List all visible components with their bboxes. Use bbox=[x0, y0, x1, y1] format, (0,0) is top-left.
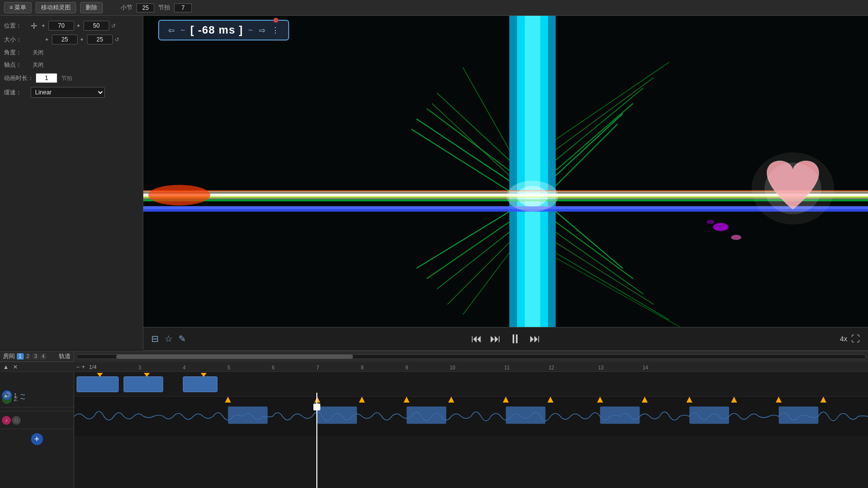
anim-dur-input[interactable] bbox=[36, 73, 57, 83]
transport-right-controls: 4x ⛶ bbox=[840, 334, 860, 344]
track-1-num: 1. bbox=[14, 392, 18, 398]
add-track-btn[interactable]: + bbox=[31, 433, 43, 445]
timeline-scrollbar[interactable] bbox=[74, 351, 868, 362]
clip-3-marker bbox=[201, 373, 207, 377]
zoom-minus-btn[interactable]: − bbox=[76, 364, 80, 370]
track-row-1: 🔊 1. 〜 bbox=[0, 383, 74, 407]
timing-wave-right-icon: ～ bbox=[247, 26, 254, 35]
measure-input[interactable]: 25 bbox=[136, 3, 154, 12]
room-tab-3[interactable]: 3 bbox=[32, 353, 39, 360]
move-crosshair-icon[interactable]: ✛ bbox=[31, 21, 37, 31]
ruler-mark-8: 8 bbox=[361, 365, 364, 370]
ruler-mark-13: 13 bbox=[598, 365, 604, 370]
timing-type-btn[interactable]: ⋮ bbox=[270, 26, 280, 35]
tl-clip-2[interactable] bbox=[124, 376, 163, 392]
clip-2-marker bbox=[144, 373, 150, 377]
measure-label: 小节 bbox=[121, 3, 132, 12]
room-tab-2[interactable]: 2 bbox=[25, 353, 32, 360]
svg-point-36 bbox=[752, 152, 834, 224]
clip-1-marker bbox=[97, 373, 103, 377]
star-icon[interactable]: ☆ bbox=[165, 333, 173, 344]
track-3-icon[interactable]: ♪ bbox=[2, 416, 11, 425]
fullscreen-icon[interactable]: ⛶ bbox=[851, 334, 860, 344]
room-tab-4[interactable]: 4 bbox=[40, 353, 47, 360]
size-suffix: ↺ bbox=[115, 37, 119, 43]
track-4-icon[interactable]: □ bbox=[12, 416, 21, 425]
angle-label: 角度： bbox=[4, 48, 29, 57]
timing-value: [ -68 ms ] bbox=[190, 24, 243, 37]
edit-icon[interactable]: ✎ bbox=[178, 333, 186, 344]
timing-increase-btn[interactable]: ⇨ bbox=[258, 26, 266, 35]
svg-point-38 bbox=[731, 235, 741, 240]
tl-up-btn[interactable]: ▲ bbox=[2, 364, 10, 370]
track-icons-row: ♪ □ bbox=[0, 411, 74, 429]
ruler-mark-5: 5 bbox=[227, 365, 230, 370]
room-label: 房间 bbox=[3, 352, 15, 361]
svg-rect-62 bbox=[779, 407, 818, 424]
svg-point-41 bbox=[517, 186, 548, 206]
position-label: 位置： bbox=[4, 22, 29, 30]
playhead bbox=[316, 393, 317, 488]
menu-button[interactable]: ≡ 菜单 bbox=[4, 2, 32, 13]
pivot-value: 关闭 bbox=[33, 61, 43, 69]
pos-x-input[interactable] bbox=[48, 21, 74, 31]
beat-input[interactable]: 7 bbox=[174, 3, 192, 12]
ruler-mark-14: 14 bbox=[643, 365, 648, 370]
zoom-plus-btn[interactable]: + bbox=[82, 364, 85, 370]
timing-decrease-btn[interactable]: ⇦ bbox=[167, 26, 175, 35]
pos-y-icon: ✦ bbox=[76, 23, 81, 29]
prev-btn[interactable]: ⏭ bbox=[490, 332, 501, 345]
ruler-mark-6: 6 bbox=[272, 365, 275, 370]
pivot-label: 轴点： bbox=[4, 61, 29, 69]
position-row: 位置： ✛ ✦ ✦ ↺ bbox=[4, 21, 139, 31]
easing-row: 缓速： Linear EaseIn EaseOut EaseInOut bbox=[4, 87, 139, 98]
zoom-fraction: 1/4 bbox=[89, 364, 96, 370]
scrollbar-track[interactable] bbox=[76, 354, 866, 359]
next-btn[interactable]: ⏭ bbox=[529, 332, 540, 345]
camera-icon[interactable]: ⊟ bbox=[151, 333, 159, 344]
ruler-mark-4: 4 bbox=[183, 365, 186, 370]
size-w-icon: ✦ bbox=[44, 37, 49, 43]
tl-row-1 bbox=[74, 372, 868, 397]
svg-rect-59 bbox=[506, 407, 545, 424]
easing-select[interactable]: Linear EaseIn EaseOut EaseInOut bbox=[31, 87, 105, 98]
svg-rect-56 bbox=[228, 407, 267, 424]
tl-clip-1[interactable] bbox=[77, 376, 119, 392]
svg-point-11 bbox=[148, 185, 210, 205]
size-w-input[interactable] bbox=[52, 35, 78, 44]
ruler-mark-12: 12 bbox=[549, 365, 554, 370]
track-1-audio-icon[interactable]: 🔊 bbox=[2, 390, 12, 400]
beat-label: 节拍 bbox=[158, 3, 170, 12]
tl-down-btn[interactable]: ✕ bbox=[12, 364, 19, 370]
tl-row-2 bbox=[74, 397, 868, 436]
playhead-marker bbox=[313, 404, 320, 410]
track-header: 房间 1 2 3 4 轨道 bbox=[0, 351, 74, 362]
track-1-wave-icon: 〜 bbox=[20, 392, 25, 399]
pos-y-input[interactable] bbox=[84, 21, 109, 31]
transport-left-controls: ⊟ ☆ ✎ bbox=[151, 333, 186, 344]
scrollbar-thumb[interactable] bbox=[116, 355, 353, 359]
ruler-mark-11: 11 bbox=[504, 365, 510, 370]
svg-rect-58 bbox=[407, 407, 446, 424]
svg-rect-60 bbox=[600, 407, 640, 424]
angle-value: 关闭 bbox=[33, 49, 43, 56]
ruler-mark-7: 7 bbox=[316, 365, 319, 370]
pause-btn[interactable]: ⏸ bbox=[509, 331, 521, 347]
ruler-mark-3: 3 bbox=[138, 365, 141, 370]
svg-rect-61 bbox=[690, 407, 729, 424]
timeline-ruler: 2 3 4 5 6 7 8 9 10 11 12 13 14 bbox=[74, 362, 868, 372]
size-h-input[interactable] bbox=[87, 35, 113, 44]
move-sprite-button[interactable]: 移动精灵图 bbox=[36, 2, 76, 13]
timing-popup[interactable]: ⇦ ～ [ -68 ms ] ～ ⇨ ⋮ bbox=[158, 20, 289, 41]
pos-suffix: ↺ bbox=[111, 23, 116, 29]
skip-to-start-btn[interactable]: ⏮ bbox=[471, 332, 482, 345]
timeline-area: 房间 1 2 3 4 轨道 ▲ ✕ 🔊 1. 〜 〜 2. 〜 bbox=[0, 351, 868, 488]
track-label: 轨道 bbox=[59, 352, 71, 361]
room-tabs: 1 2 3 4 bbox=[17, 353, 46, 360]
delete-button[interactable]: 删除 bbox=[80, 2, 103, 13]
timeline-controls: ▲ ✕ bbox=[0, 362, 74, 372]
zoom-area: − + 1/4 bbox=[74, 362, 98, 372]
ruler-mark-10: 10 bbox=[450, 365, 455, 370]
tl-clip-3[interactable] bbox=[183, 376, 217, 392]
room-tab-1[interactable]: 1 bbox=[17, 353, 24, 360]
